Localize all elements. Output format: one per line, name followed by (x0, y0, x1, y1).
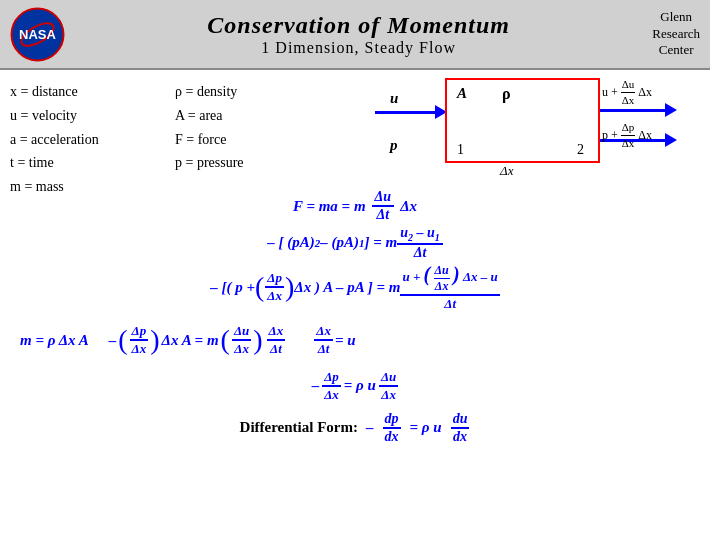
nasa-logo: NASA (10, 7, 65, 62)
box-label-A: A (457, 85, 467, 102)
var-F: F = force (175, 128, 244, 152)
diagram: u A ρ 1 2 u + Δu Δx Δx p p (370, 75, 700, 180)
var-u: u = velocity (10, 104, 99, 128)
equation-diff-form: Differential Form: – dp dx = ρ u du dx (0, 410, 710, 446)
variables-right: ρ = density A = area F = force p = press… (175, 80, 244, 175)
flow-box: A ρ 1 2 (445, 78, 600, 163)
main-content: x = distance u = velocity a = accelerati… (0, 70, 710, 536)
equation-2: – [ (pA)2 – (pA)1 ] = m u2 – u1 Δt (0, 224, 710, 262)
var-t: t = time (10, 151, 99, 175)
header: NASA Conservation of Momentum 1 Dimensio… (0, 0, 710, 70)
inlet-u-label: u (390, 90, 398, 107)
glenn-center-label: GlennResearchCenter (652, 9, 700, 60)
equation-1: F = ma = m Δu Δt Δx (0, 188, 710, 224)
inlet-p-label: p (390, 137, 398, 154)
outlet-u-label: u + Δu Δx Δx (602, 77, 652, 109)
title-sub: 1 Dimension, Steady Flow (65, 39, 652, 57)
var-p: p = pressure (175, 151, 244, 175)
title-block: Conservation of Momentum 1 Dimension, St… (65, 12, 652, 57)
equation-4: m = ρ Δx A – ( Δp Δx ) Δx A = m ( Δu Δx … (0, 313, 710, 368)
equation-5: – Δp Δx = ρ u Δu Δx (0, 368, 710, 404)
var-rho: ρ = density (175, 80, 244, 104)
equations: F = ma = m Δu Δt Δx – [ (pA)2 – (pA)1 ] … (0, 188, 710, 446)
outlet-p-label: p + Δp Δx Δx (602, 120, 652, 152)
box-label-rho: ρ (502, 85, 511, 103)
svg-text:NASA: NASA (19, 27, 56, 42)
var-x: x = distance (10, 80, 99, 104)
diff-form-label: Differential Form: (240, 419, 358, 436)
inlet-arrow (375, 105, 447, 119)
box-label-1: 1 (457, 142, 464, 158)
box-label-2: 2 (577, 142, 584, 158)
equation-3: – [( p + ( Δp Δx ) Δx ) A – pA ] = m u +… (0, 262, 710, 313)
var-a: a = acceleration (10, 128, 99, 152)
var-A: A = area (175, 104, 244, 128)
variables-left: x = distance u = velocity a = accelerati… (10, 80, 99, 199)
delta-x-label: Δx (500, 163, 513, 179)
title-main: Conservation of Momentum (65, 12, 652, 39)
